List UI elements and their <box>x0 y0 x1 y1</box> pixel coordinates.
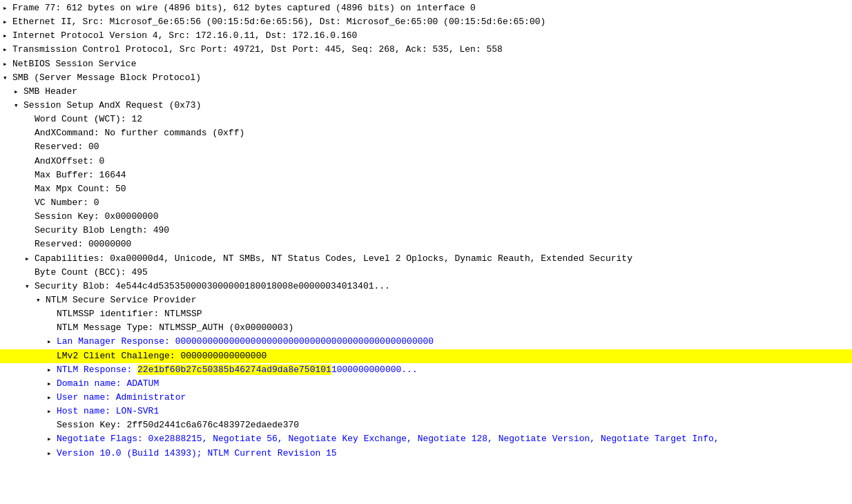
row-text-andx-command: AndXCommand: No further commands (0xff) <box>35 126 244 140</box>
packet-row-security-blob-length: Security Blob Length: 490 <box>0 224 852 238</box>
packet-row-ntlm-response[interactable]: ▸NTLM Response: 22e1bf60b27c50385b46274a… <box>0 363 852 377</box>
packet-row-version[interactable]: ▸Version 10.0 (Build 14393); NTLM Curren… <box>0 447 852 461</box>
row-text-byte-count: Byte Count (BCC): 495 <box>35 266 148 280</box>
row-text-smb: SMB (Server Message Block Protocol) <box>12 71 201 85</box>
row-text-max-buffer: Max Buffer: 16644 <box>35 168 126 182</box>
row-text-user-name: User name: Administrator <box>57 391 186 405</box>
expand-icon-smb[interactable]: ▾ <box>3 72 12 84</box>
packet-row-domain-name[interactable]: ▸Domain name: ADATUM <box>0 377 852 391</box>
packet-row-word-count: Word Count (WCT): 12 <box>0 113 852 126</box>
expand-icon-security-blob[interactable]: ▾ <box>25 281 35 293</box>
packet-row-ipv4[interactable]: ▸Internet Protocol Version 4, Src: 172.1… <box>0 29 852 43</box>
expand-icon-capabilities[interactable]: ▸ <box>25 253 35 265</box>
row-text-ipv4: Internet Protocol Version 4, Src: 172.16… <box>12 29 357 43</box>
row-text-session-setup: Session Setup AndX Request (0x73) <box>23 99 201 113</box>
spacer-reserved2 <box>25 239 35 251</box>
row-text-word-count: Word Count (WCT): 12 <box>35 113 142 126</box>
expand-icon-netbios[interactable]: ▸ <box>3 59 12 70</box>
row-text-session-key: Session Key: 0x00000000 <box>35 210 158 224</box>
row-text-lmv2-challenge: LMv2 Client Challenge: 0000000000000000 <box>57 349 267 363</box>
spacer-reserved <box>25 142 35 153</box>
packet-detail-panel: ▸Frame 77: 612 bytes on wire (4896 bits)… <box>0 0 852 462</box>
spacer-andx-offset <box>25 156 35 168</box>
spacer-session-key <box>25 211 35 223</box>
row-text-capabilities: Capabilities: 0xa00000d4, Unicode, NT SM… <box>35 252 632 266</box>
expand-icon-ntlm-response[interactable]: ▸ <box>47 365 57 376</box>
packet-row-netbios[interactable]: ▸NetBIOS Session Service <box>0 57 852 71</box>
row-text-security-blob: Security Blob: 4e544c4d53535000030000001… <box>35 280 390 293</box>
row-text-version: Version 10.0 (Build 14393); NTLM Current… <box>57 447 337 461</box>
packet-row-ethernet[interactable]: ▸Ethernet II, Src: Microsof_6e:65:56 (00… <box>0 15 852 29</box>
row-text-negotiate-flags: Negotiate Flags: 0xe2888215, Negotiate 5… <box>57 432 719 446</box>
packet-row-vc-number: VC Number: 0 <box>0 196 852 210</box>
expand-icon-ntlm-provider[interactable]: ▾ <box>36 295 46 307</box>
spacer-lmv2-challenge <box>47 351 57 362</box>
row-text-reserved2: Reserved: 00000000 <box>35 238 131 251</box>
spacer-word-count <box>25 114 35 126</box>
row-text-ntlm-response: NTLM Response: 22e1bf60b27c50385b46274ad… <box>57 363 418 377</box>
spacer-andx-command <box>25 128 35 139</box>
packet-row-ntlm-provider[interactable]: ▾NTLM Secure Service Provider <box>0 293 852 307</box>
spacer-session-key2 <box>47 420 57 432</box>
packet-row-lmv2-challenge: LMv2 Client Challenge: 0000000000000000 <box>0 349 852 363</box>
packet-row-smb-header[interactable]: ▸SMB Header <box>0 85 852 99</box>
row-text-vc-number: VC Number: 0 <box>35 196 99 210</box>
row-text-ntlm-provider: NTLM Secure Service Provider <box>46 293 196 307</box>
expand-icon-session-setup[interactable]: ▾ <box>14 100 23 112</box>
row-text-ethernet: Ethernet II, Src: Microsof_6e:65:56 (00:… <box>12 15 545 29</box>
row-text-after: 1000000000000... <box>331 365 418 375</box>
packet-row-session-key: Session Key: 0x00000000 <box>0 210 852 224</box>
expand-icon-ethernet[interactable]: ▸ <box>3 17 12 28</box>
expand-icon-lan-manager[interactable]: ▸ <box>47 336 57 348</box>
row-text-smb-header: SMB Header <box>23 85 77 99</box>
packet-row-max-buffer: Max Buffer: 16644 <box>0 168 852 182</box>
spacer-max-mpx <box>25 184 35 195</box>
spacer-ntlmssp-id <box>47 309 57 320</box>
spacer-vc-number <box>25 197 35 209</box>
packet-row-capabilities[interactable]: ▸Capabilities: 0xa00000d4, Unicode, NT S… <box>0 252 852 266</box>
row-text-domain-name: Domain name: ADATUM <box>57 377 159 391</box>
row-text-highlighted: 22e1bf60b27c50385b46274ad9da8e750101 <box>137 365 331 375</box>
packet-row-max-mpx: Max Mpx Count: 50 <box>0 182 852 196</box>
packet-row-reserved: Reserved: 00 <box>0 140 852 154</box>
packet-row-frame[interactable]: ▸Frame 77: 612 bytes on wire (4896 bits)… <box>0 1 852 15</box>
expand-icon-frame[interactable]: ▸ <box>3 3 12 14</box>
packet-row-session-setup[interactable]: ▾Session Setup AndX Request (0x73) <box>0 99 852 113</box>
packet-row-session-key2: Session Key: 2ff50d2441c6a676c483972edae… <box>0 418 852 432</box>
row-text-reserved: Reserved: 00 <box>35 140 99 154</box>
packet-row-lan-manager[interactable]: ▸Lan Manager Response: 00000000000000000… <box>0 335 852 349</box>
packet-row-user-name[interactable]: ▸User name: Administrator <box>0 391 852 405</box>
row-text-max-mpx: Max Mpx Count: 50 <box>35 182 126 196</box>
spacer-byte-count <box>25 267 35 279</box>
row-text-frame: Frame 77: 612 bytes on wire (4896 bits),… <box>12 1 476 15</box>
row-text-ntlmssp-id: NTLMSSP identifier: NTLMSSP <box>57 307 202 321</box>
packet-row-tcp[interactable]: ▸Transmission Control Protocol, Src Port… <box>0 43 852 57</box>
expand-icon-user-name[interactable]: ▸ <box>47 392 57 404</box>
expand-icon-smb-header[interactable]: ▸ <box>14 86 23 98</box>
expand-icon-negotiate-flags[interactable]: ▸ <box>47 434 57 445</box>
row-text-andx-offset: AndXOffset: 0 <box>35 155 104 168</box>
packet-row-andx-offset: AndXOffset: 0 <box>0 155 852 168</box>
row-text-session-key2: Session Key: 2ff50d2441c6a676c483972edae… <box>57 418 299 432</box>
expand-icon-ipv4[interactable]: ▸ <box>3 30 12 42</box>
expand-icon-domain-name[interactable]: ▸ <box>47 378 57 390</box>
row-text-ntlm-msg-type: NTLM Message Type: NTLMSSP_AUTH (0x00000… <box>57 321 293 335</box>
expand-icon-version[interactable]: ▸ <box>47 448 57 460</box>
packet-row-security-blob[interactable]: ▾Security Blob: 4e544c4d5353500003000000… <box>0 280 852 293</box>
packet-row-negotiate-flags[interactable]: ▸Negotiate Flags: 0xe2888215, Negotiate … <box>0 432 852 446</box>
expand-icon-host-name[interactable]: ▸ <box>47 406 57 418</box>
row-text-security-blob-length: Security Blob Length: 490 <box>35 224 169 238</box>
packet-row-smb[interactable]: ▾SMB (Server Message Block Protocol) <box>0 71 852 85</box>
packet-row-reserved2: Reserved: 00000000 <box>0 238 852 251</box>
row-text-before: NTLM Response: <box>57 365 137 375</box>
expand-icon-tcp[interactable]: ▸ <box>3 44 12 56</box>
packet-row-byte-count: Byte Count (BCC): 495 <box>0 266 852 280</box>
packet-row-ntlm-msg-type: NTLM Message Type: NTLMSSP_AUTH (0x00000… <box>0 321 852 335</box>
spacer-ntlm-msg-type <box>47 322 57 334</box>
packet-row-ntlmssp-id: NTLMSSP identifier: NTLMSSP <box>0 307 852 321</box>
packet-row-host-name[interactable]: ▸Host name: LON-SVR1 <box>0 405 852 418</box>
spacer-max-buffer <box>25 170 35 182</box>
row-text-host-name: Host name: LON-SVR1 <box>57 405 159 418</box>
row-text-lan-manager: Lan Manager Response: 000000000000000000… <box>57 335 434 349</box>
spacer-security-blob-length <box>25 225 35 237</box>
